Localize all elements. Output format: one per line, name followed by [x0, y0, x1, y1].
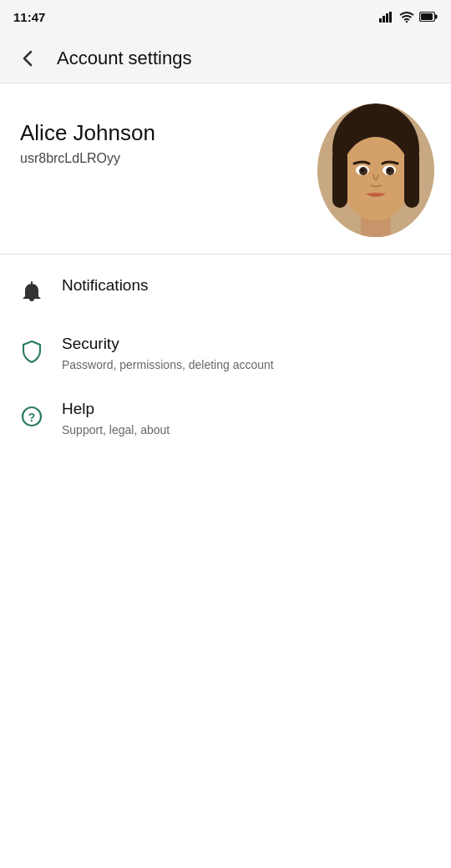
menu-item-notifications[interactable]: Notifications — [0, 263, 451, 321]
help-text: Help Support, legal, about — [62, 400, 170, 438]
help-title: Help — [62, 400, 170, 419]
svg-rect-7 — [435, 15, 438, 19]
avatar-image — [317, 103, 434, 237]
svg-point-11 — [341, 137, 411, 220]
svg-rect-3 — [389, 12, 392, 23]
svg-rect-0 — [379, 18, 382, 23]
avatar[interactable] — [317, 103, 434, 237]
status-bar: 11:47 — [0, 0, 451, 33]
svg-rect-6 — [421, 13, 433, 20]
menu-item-security[interactable]: Security Password, permissions, deleting… — [0, 321, 451, 386]
wifi-icon — [399, 11, 414, 23]
profile-username: usr8brcLdLROyy — [20, 151, 155, 166]
svg-rect-1 — [383, 16, 385, 23]
profile-section: Alice Johnson usr8brcLdLROyy — [0, 83, 451, 255]
security-subtitle: Password, permissions, deleting account — [62, 357, 274, 374]
notifications-title: Notifications — [62, 276, 149, 295]
signal-icon — [379, 11, 394, 23]
status-icons — [379, 11, 438, 23]
svg-point-19 — [388, 169, 391, 172]
bell-icon — [17, 278, 47, 308]
security-text: Security Password, permissions, deleting… — [62, 335, 274, 373]
svg-rect-12 — [332, 149, 347, 208]
help-icon: ? — [17, 401, 47, 431]
svg-text:?: ? — [28, 411, 36, 424]
menu-list: Notifications Security Password, permiss… — [0, 255, 451, 461]
back-arrow-icon — [18, 48, 38, 68]
svg-point-4 — [406, 21, 408, 23]
profile-info: Alice Johnson usr8brcLdLROyy — [20, 103, 155, 166]
status-time: 11:47 — [13, 10, 45, 24]
shield-icon — [17, 336, 47, 366]
back-button[interactable] — [13, 43, 43, 73]
notifications-text: Notifications — [62, 276, 149, 295]
battery-icon — [419, 12, 438, 22]
header: Account settings — [0, 33, 451, 83]
profile-name: Alice Johnson — [20, 120, 155, 146]
svg-rect-13 — [404, 149, 419, 208]
security-title: Security — [62, 335, 274, 354]
menu-item-help[interactable]: ? Help Support, legal, about — [0, 386, 451, 452]
help-subtitle: Support, legal, about — [62, 422, 170, 439]
svg-rect-2 — [386, 13, 388, 23]
page-title: Account settings — [57, 48, 191, 69]
svg-point-18 — [361, 169, 364, 172]
